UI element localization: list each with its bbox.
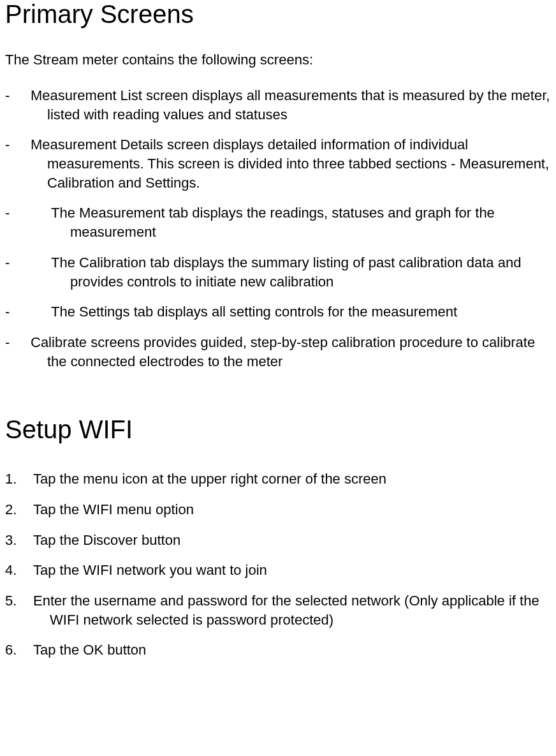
intro-text: The Stream meter contains the following … [5, 52, 551, 68]
dash-bullet: - [5, 302, 51, 322]
primary-screens-list: - Measurement List screen displays all m… [5, 86, 551, 371]
list-item-text: Calibrate screens provides guided, step-… [31, 333, 551, 371]
step-text: Tap the WIFI network you want to join [33, 561, 267, 580]
step-number: 5. [5, 591, 33, 629]
list-item: - Measurement List screen displays all m… [5, 86, 551, 124]
step-text: Tap the Discover button [33, 531, 180, 550]
list-item-text: The Settings tab displays all setting co… [51, 302, 457, 322]
list-item: - The Calibration tab displays the summa… [5, 253, 551, 291]
list-item: - The Measurement tab displays the readi… [5, 204, 551, 241]
step-number: 3. [5, 531, 33, 550]
step-item: 3. Tap the Discover button [5, 531, 551, 550]
step-item: 1. Tap the menu icon at the upper right … [5, 470, 551, 489]
list-item: - Calibrate screens provides guided, ste… [5, 333, 551, 371]
step-item: 4. Tap the WIFI network you want to join [5, 561, 551, 580]
dash-bullet: - [5, 253, 51, 291]
step-text: Tap the menu icon at the upper right cor… [33, 470, 386, 489]
list-item-text: Measurement Details screen displays deta… [31, 135, 551, 192]
step-text: Tap the WIFI menu option [33, 500, 194, 519]
list-item: - Measurement Details screen displays de… [5, 135, 551, 192]
step-number: 4. [5, 561, 33, 580]
step-item: 5. Enter the username and password for t… [5, 591, 551, 629]
step-item: 6. Tap the OK button [5, 641, 551, 660]
heading-primary-screens: Primary Screens [5, 0, 551, 29]
list-item: - The Settings tab displays all setting … [5, 302, 551, 322]
list-item-text: The Calibration tab displays the summary… [51, 253, 551, 291]
step-number: 1. [5, 470, 33, 489]
dash-bullet: - [5, 333, 31, 371]
dash-bullet: - [5, 86, 31, 124]
step-text: Enter the username and password for the … [33, 591, 551, 629]
setup-wifi-steps: 1. Tap the menu icon at the upper right … [5, 470, 551, 660]
heading-setup-wifi: Setup WIFI [5, 415, 551, 444]
list-item-text: Measurement List screen displays all mea… [31, 86, 551, 124]
step-text: Tap the OK button [33, 641, 146, 660]
step-number: 6. [5, 641, 33, 660]
step-item: 2. Tap the WIFI menu option [5, 500, 551, 519]
step-number: 2. [5, 500, 33, 519]
list-item-text: The Measurement tab displays the reading… [51, 204, 551, 241]
dash-bullet: - [5, 135, 31, 192]
dash-bullet: - [5, 204, 51, 241]
